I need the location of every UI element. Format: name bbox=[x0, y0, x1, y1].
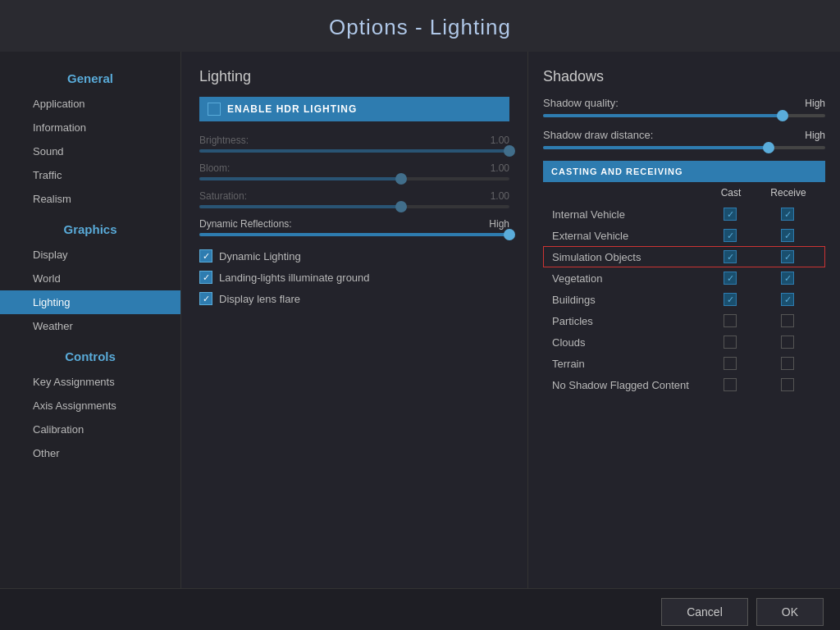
particles-receive[interactable] bbox=[759, 314, 816, 327]
sidebar: General Application Information Sound Tr… bbox=[0, 52, 180, 588]
sidebar-item-key-assignments[interactable]: Key Assignments bbox=[0, 370, 180, 394]
shadow-draw-thumb[interactable] bbox=[763, 142, 774, 153]
clouds-cast[interactable] bbox=[701, 336, 759, 349]
sim-objects-cast-checkbox[interactable] bbox=[724, 250, 737, 263]
cast-recv-col-headers: Cast Receive bbox=[543, 187, 825, 203]
bloom-track[interactable] bbox=[199, 177, 509, 180]
external-vehicle-receive[interactable] bbox=[759, 229, 816, 242]
internal-vehicle-receive[interactable] bbox=[759, 208, 816, 221]
external-vehicle-receive-checkbox[interactable] bbox=[781, 229, 794, 242]
saturation-track[interactable] bbox=[199, 205, 509, 208]
shadow-quality-value: High bbox=[805, 98, 825, 109]
casting-header: CASTING AND RECEIVING bbox=[543, 161, 825, 182]
sim-objects-receive[interactable] bbox=[759, 250, 816, 263]
particles-receive-checkbox[interactable] bbox=[781, 314, 794, 327]
buildings-receive[interactable] bbox=[759, 293, 816, 306]
saturation-value: 1.00 bbox=[491, 190, 509, 202]
vegetation-receive-checkbox[interactable] bbox=[781, 272, 794, 285]
vegetation-cast-checkbox[interactable] bbox=[724, 272, 737, 285]
dynref-track[interactable] bbox=[199, 233, 509, 236]
shadow-quality-slider[interactable] bbox=[543, 114, 825, 117]
row-simulation-objects: Simulation Objects bbox=[543, 246, 825, 267]
internal-vehicle-receive-checkbox[interactable] bbox=[781, 208, 794, 221]
hdr-checkbox[interactable] bbox=[208, 103, 221, 116]
brightness-thumb[interactable] bbox=[504, 145, 515, 157]
row-internal-vehicle: Internal Vehicle bbox=[543, 203, 825, 225]
dynref-thumb[interactable] bbox=[504, 229, 515, 240]
clouds-receive[interactable] bbox=[759, 336, 816, 349]
terrain-cast-checkbox[interactable] bbox=[724, 357, 737, 370]
sim-objects-cast[interactable] bbox=[701, 250, 759, 263]
cancel-button[interactable]: Cancel bbox=[661, 598, 748, 626]
external-vehicle-cast[interactable] bbox=[701, 229, 759, 242]
internal-vehicle-cast-checkbox[interactable] bbox=[724, 208, 737, 221]
sidebar-item-information[interactable]: Information bbox=[0, 116, 180, 139]
hdr-row[interactable]: ENABLE HDR LIGHTING bbox=[199, 97, 509, 121]
shadow-quality-label: Shadow quality: bbox=[543, 97, 798, 109]
bloom-label: Bloom: bbox=[199, 162, 230, 174]
shadow-quality-thumb[interactable] bbox=[777, 110, 788, 121]
row-vegetation: Vegetation bbox=[543, 267, 825, 289]
cast-recv-table: Cast Receive Internal Vehicle External V… bbox=[543, 187, 825, 395]
lens-flare-checkbox[interactable] bbox=[199, 292, 212, 305]
saturation-thumb[interactable] bbox=[395, 201, 407, 212]
particles-cast-checkbox[interactable] bbox=[724, 314, 737, 327]
terrain-cast[interactable] bbox=[701, 357, 759, 370]
sidebar-item-sound[interactable]: Sound bbox=[0, 139, 180, 163]
no-shadow-receive-checkbox[interactable] bbox=[781, 378, 794, 391]
internal-vehicle-cast[interactable] bbox=[701, 208, 759, 221]
buildings-receive-checkbox[interactable] bbox=[781, 293, 794, 306]
landing-lights-checkbox[interactable] bbox=[199, 271, 212, 284]
sidebar-item-traffic[interactable]: Traffic bbox=[0, 163, 180, 187]
brightness-track[interactable] bbox=[199, 149, 509, 153]
particles-cast[interactable] bbox=[701, 314, 759, 327]
no-shadow-cast-checkbox[interactable] bbox=[724, 378, 737, 391]
vegetation-cast[interactable] bbox=[701, 272, 759, 285]
sidebar-item-weather[interactable]: Weather bbox=[0, 314, 180, 338]
no-shadow-cast[interactable] bbox=[701, 378, 759, 391]
saturation-slider-row: Saturation: 1.00 bbox=[199, 190, 509, 208]
sidebar-item-axis-assignments[interactable]: Axis Assignments bbox=[0, 394, 180, 418]
center-panel-title: Lighting bbox=[199, 68, 509, 85]
external-vehicle-cast-checkbox[interactable] bbox=[724, 229, 737, 242]
row-particles: Particles bbox=[543, 310, 825, 331]
sidebar-item-other[interactable]: Other bbox=[0, 441, 180, 465]
shadows-title: Shadows bbox=[543, 68, 825, 85]
col-receive-header: Receive bbox=[760, 187, 817, 199]
shadow-draw-slider[interactable] bbox=[543, 146, 825, 149]
vegetation-receive[interactable] bbox=[759, 272, 816, 285]
page-title: Options - Lighting bbox=[0, 0, 840, 52]
sidebar-item-application[interactable]: Application bbox=[0, 92, 180, 116]
sidebar-graphics-heading: Graphics bbox=[0, 211, 180, 243]
sidebar-item-lighting[interactable]: Lighting bbox=[0, 290, 180, 314]
sidebar-item-display[interactable]: Display bbox=[0, 243, 180, 267]
sidebar-item-calibration[interactable]: Calibration bbox=[0, 418, 180, 441]
sidebar-item-realism[interactable]: Realism bbox=[0, 187, 180, 211]
lens-flare-row[interactable]: Display lens flare bbox=[199, 292, 509, 305]
row-clouds: Clouds bbox=[543, 331, 825, 353]
landing-lights-row[interactable]: Landing-lights illuminate ground bbox=[199, 271, 509, 284]
dynamic-lighting-label: Dynamic Lighting bbox=[219, 250, 301, 262]
ok-button[interactable]: OK bbox=[756, 598, 824, 626]
shadow-draw-label: Shadow draw distance: bbox=[543, 129, 798, 141]
dynref-value: High bbox=[489, 218, 509, 230]
col-cast-header: Cast bbox=[702, 187, 760, 199]
terrain-receive-checkbox[interactable] bbox=[781, 357, 794, 370]
shadow-quality-fill bbox=[543, 114, 783, 117]
bloom-thumb[interactable] bbox=[395, 173, 407, 185]
terrain-receive[interactable] bbox=[759, 357, 816, 370]
dynref-row: Dynamic Reflections: High bbox=[199, 218, 509, 236]
no-shadow-receive[interactable] bbox=[759, 378, 816, 391]
brightness-slider-row: Brightness: 1.00 bbox=[199, 135, 509, 153]
sidebar-item-world[interactable]: World bbox=[0, 267, 180, 290]
sim-objects-receive-checkbox[interactable] bbox=[781, 250, 794, 263]
buildings-cast-checkbox[interactable] bbox=[724, 293, 737, 306]
clouds-receive-checkbox[interactable] bbox=[781, 336, 794, 349]
buildings-cast[interactable] bbox=[701, 293, 759, 306]
clouds-cast-checkbox[interactable] bbox=[724, 336, 737, 349]
dynamic-lighting-checkbox[interactable] bbox=[199, 249, 212, 262]
col-name-spacer bbox=[551, 187, 702, 199]
brightness-label: Brightness: bbox=[199, 135, 249, 146]
dynamic-lighting-row[interactable]: Dynamic Lighting bbox=[199, 249, 509, 262]
row-no-shadow-flagged: No Shadow Flagged Content bbox=[543, 374, 825, 395]
